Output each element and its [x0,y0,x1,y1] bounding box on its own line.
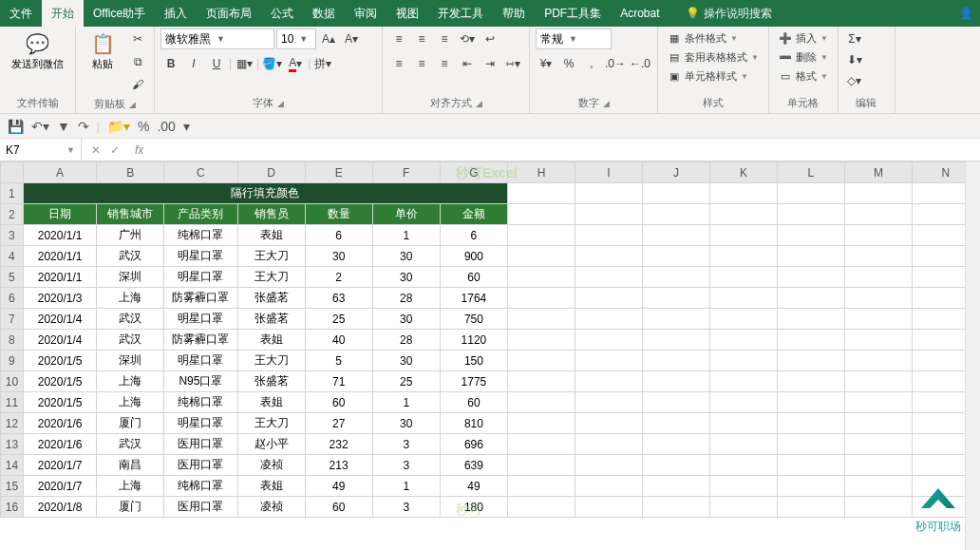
cell[interactable] [777,351,844,371]
cell[interactable] [508,288,575,309]
cell[interactable]: 广州 [97,225,164,246]
cell[interactable] [777,497,844,518]
cell[interactable] [844,476,912,497]
cell[interactable] [777,455,844,476]
column-header[interactable]: F [372,162,440,183]
undo-button[interactable]: ↶▾ [31,119,49,134]
cell[interactable]: 28 [372,288,440,309]
tab-插入[interactable]: 插入 [155,0,197,27]
border-button[interactable]: ▦▾ [234,53,254,74]
cell[interactable]: 60 [440,392,507,413]
cell[interactable] [575,351,643,371]
cell[interactable] [575,434,643,455]
font-dialog-launcher[interactable]: ◢ [277,99,284,108]
cell[interactable]: 40 [305,330,372,351]
align-top-button[interactable]: ≡ [388,28,409,49]
cell[interactable]: 赵小平 [237,434,305,455]
cell[interactable]: 厦门 [97,497,164,518]
cell[interactable]: 1 [372,225,440,246]
cell[interactable]: 2020/1/5 [23,392,97,413]
row-header[interactable]: 4 [1,246,24,267]
cell[interactable]: 6 [440,225,507,246]
wrap-text-button[interactable]: ↩ [480,28,500,49]
format-painter-button[interactable]: 🖌 [127,74,148,95]
bold-button[interactable]: B [160,53,181,74]
cell[interactable]: 150 [440,351,507,371]
cell[interactable] [709,309,777,330]
cell[interactable] [709,476,777,497]
cell[interactable] [777,330,844,351]
tab-数据[interactable]: 数据 [303,0,345,27]
cell[interactable]: 南昌 [97,455,164,476]
cell[interactable] [508,413,575,434]
cell[interactable] [508,434,575,455]
cell[interactable] [709,288,777,309]
cell[interactable]: 49 [305,476,372,497]
format-cells-button[interactable]: ▭格式▼ [775,66,832,85]
column-header[interactable]: G [440,162,507,183]
select-all-corner[interactable] [1,162,24,183]
cell[interactable] [709,183,777,204]
cell[interactable]: 防雾霾口罩 [164,330,237,351]
cell[interactable] [777,204,844,225]
row-header[interactable]: 6 [1,288,24,309]
cell[interactable] [844,413,912,434]
cell[interactable]: 明星口罩 [164,246,237,267]
cell[interactable] [642,351,709,371]
cell[interactable]: 2020/1/7 [23,455,97,476]
cell[interactable] [844,371,912,392]
vertical-scrollbar[interactable] [965,161,980,550]
cell[interactable] [508,204,575,225]
cell[interactable]: 30 [372,246,440,267]
cell[interactable]: 武汉 [97,330,164,351]
cell[interactable] [575,476,643,497]
decrease-indent-button[interactable]: ⇤ [457,53,478,74]
cell[interactable] [844,434,912,455]
cell[interactable] [709,351,777,371]
cell[interactable]: 27 [305,413,372,434]
cell[interactable] [642,309,709,330]
italic-button[interactable]: I [183,53,204,74]
row-header[interactable]: 2 [1,204,24,225]
cell[interactable] [575,225,643,246]
tell-me[interactable]: 💡 操作说明搜索 [676,0,782,27]
cell[interactable] [844,183,912,204]
align-right-button[interactable]: ≡ [434,53,455,74]
cell[interactable] [709,413,777,434]
cell[interactable]: 2020/1/6 [23,413,97,434]
cell[interactable]: 2020/1/5 [23,371,97,392]
cell[interactable]: 1 [372,476,440,497]
tab-公式[interactable]: 公式 [261,0,303,27]
column-header[interactable]: C [164,162,237,183]
row-header[interactable]: 8 [1,330,24,351]
cell[interactable] [575,330,643,351]
cell[interactable]: 2020/1/4 [23,309,97,330]
header-cell[interactable]: 金额 [440,204,507,225]
cell[interactable] [844,309,912,330]
cell[interactable]: 2020/1/1 [23,225,97,246]
cell[interactable]: 上海 [97,288,164,309]
header-cell[interactable]: 销售城市 [97,204,164,225]
cell[interactable]: 2020/1/1 [23,246,97,267]
cell[interactable] [575,455,643,476]
cell[interactable]: 表姐 [237,225,305,246]
tab-视图[interactable]: 视图 [386,0,428,27]
font-color-button[interactable]: A▾ [285,53,306,74]
cell[interactable] [508,371,575,392]
increase-font-button[interactable]: A▴ [318,28,339,49]
autosum-button[interactable]: Σ▾ [844,28,865,49]
row-header[interactable]: 16 [1,497,24,518]
tab-PDF工具集[interactable]: PDF工具集 [535,0,611,27]
cell[interactable]: 1764 [440,288,507,309]
cell[interactable]: 纯棉口罩 [164,476,237,497]
font-size-combo[interactable]: 10▼ [276,28,316,49]
cell[interactable] [777,309,844,330]
column-header[interactable]: J [642,162,709,183]
phonetic-button[interactable]: 拼▾ [312,53,333,74]
cell[interactable]: 180 [440,497,507,518]
cell[interactable]: 王大刀 [237,413,305,434]
header-cell[interactable]: 日期 [23,204,97,225]
cell[interactable]: 60 [305,497,372,518]
cell[interactable] [709,455,777,476]
cell[interactable] [508,476,575,497]
